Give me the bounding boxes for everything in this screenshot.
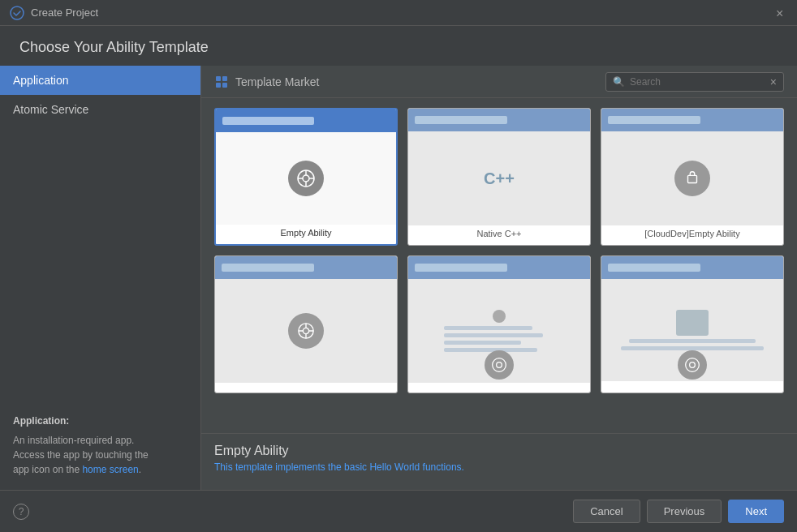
svg-point-0	[11, 6, 24, 19]
svg-rect-11	[688, 175, 697, 182]
template-card-5[interactable]	[407, 255, 591, 393]
app-icon	[10, 6, 24, 20]
titlebar-left: Create Project	[10, 6, 98, 20]
template-area: Template Market 🔍 ×	[201, 66, 797, 490]
card-line-a	[629, 339, 756, 343]
template-card-name-5	[408, 383, 590, 386]
svg-point-20	[686, 358, 700, 372]
next-button[interactable]: Next	[728, 500, 784, 523]
svg-point-13	[303, 328, 308, 333]
svg-point-21	[690, 363, 696, 368]
card-header-bar-5	[415, 264, 507, 272]
card-rect	[676, 310, 709, 336]
template-card-4[interactable]	[214, 255, 398, 393]
template-card-6[interactable]	[601, 255, 784, 393]
search-box: 🔍 ×	[605, 72, 784, 92]
svg-rect-3	[216, 83, 221, 88]
card-body-2: C++	[408, 131, 590, 225]
line-3	[444, 341, 521, 345]
sidebar: Application Atomic Service Application: …	[0, 66, 201, 490]
template-card-name-6	[601, 383, 783, 386]
template-card-empty-ability[interactable]: Empty Ability	[214, 108, 398, 246]
card-body-4	[215, 279, 397, 383]
template-icon-6	[678, 350, 707, 380]
template-card-name-2: Native C++	[408, 225, 590, 238]
cancel-button[interactable]: Cancel	[573, 500, 640, 523]
sidebar-description: Application: An installation-required ap…	[0, 401, 200, 490]
line-2	[444, 333, 543, 337]
svg-rect-1	[216, 76, 221, 81]
clouddev-icon	[674, 161, 710, 196]
card-header-2	[408, 109, 590, 131]
page-title: Choose Your Ability Template	[0, 26, 797, 66]
templates-grid: Empty Ability C++ Native C++	[201, 98, 797, 433]
card-header-bar-2	[415, 116, 507, 124]
search-icon: 🔍	[613, 76, 625, 88]
card-body	[216, 132, 396, 225]
search-clear-icon[interactable]: ×	[770, 75, 777, 88]
template-info-bar: Empty Ability This template implements t…	[201, 433, 797, 490]
svg-rect-4	[222, 83, 227, 88]
card-body-3	[601, 131, 783, 225]
template-card-native-cpp[interactable]: C++ Native C++	[407, 108, 591, 246]
description-title: Application:	[13, 414, 187, 428]
template-icon-4	[288, 313, 324, 349]
template-card-name-3: [CloudDev]Empty Ability	[601, 225, 783, 238]
cpp-icon: C++	[484, 169, 515, 188]
footer: ? Cancel Previous Next	[0, 490, 797, 532]
selected-template-desc: This template implements the basic Hello…	[214, 461, 784, 473]
market-icon	[214, 75, 229, 89]
window-title: Create Project	[31, 6, 98, 19]
window: Create Project × Choose Your Ability Tem…	[0, 0, 797, 532]
content-area: Application Atomic Service Application: …	[0, 66, 797, 490]
svg-point-18	[493, 358, 506, 372]
home-screen-link[interactable]: home screen	[82, 464, 138, 475]
line-4	[444, 348, 537, 352]
description-text: An installation-required app. Access the…	[13, 433, 187, 477]
card-header-5	[408, 256, 590, 279]
svg-rect-2	[222, 76, 227, 81]
card-header-4	[215, 256, 397, 279]
search-input[interactable]	[630, 76, 765, 88]
template-icon-5	[485, 350, 514, 380]
template-card-name-1: Empty Ability	[216, 225, 396, 238]
selected-template-name: Empty Ability	[214, 444, 784, 458]
template-card-clouddev[interactable]: [CloudDev]Empty Ability	[601, 108, 784, 246]
svg-point-19	[497, 363, 502, 368]
card-header-bar-4	[222, 264, 314, 272]
sidebar-item-application[interactable]: Application	[0, 66, 200, 95]
template-market-label: Template Market	[235, 75, 319, 88]
titlebar: Create Project ×	[0, 0, 797, 26]
card-header	[216, 109, 396, 132]
template-header-left: Template Market	[214, 75, 319, 89]
template-header: Template Market 🔍 ×	[201, 66, 797, 98]
line-1	[444, 326, 532, 330]
card-lines-5	[444, 326, 554, 352]
previous-button[interactable]: Previous	[647, 500, 722, 523]
card-header-bar-3	[608, 116, 700, 124]
card-header-bar	[222, 117, 314, 125]
help-icon[interactable]: ?	[13, 504, 29, 520]
close-button[interactable]: ×	[776, 7, 787, 19]
card-header-bar-6	[608, 264, 700, 272]
svg-point-6	[303, 175, 309, 182]
sidebar-item-atomic-service[interactable]: Atomic Service	[0, 95, 200, 124]
card-header-6	[601, 256, 783, 279]
empty-ability-icon	[288, 161, 324, 196]
template-card-name-4	[215, 383, 397, 386]
card-header-3	[601, 109, 783, 131]
